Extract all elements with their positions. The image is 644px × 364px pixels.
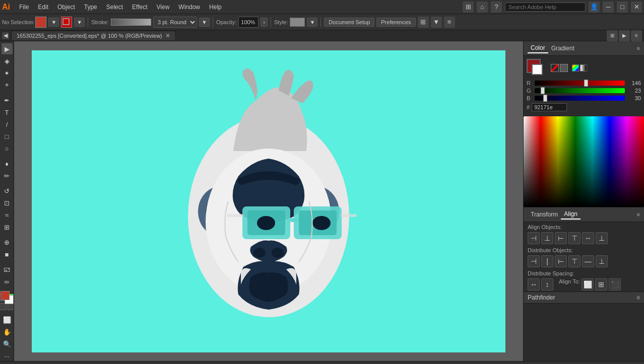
menu-view[interactable]: View: [153, 3, 174, 12]
foreground-color[interactable]: [1, 291, 10, 300]
dist-left-btn[interactable]: ⊣: [528, 255, 540, 267]
lasso-tool[interactable]: ⌖: [2, 80, 13, 91]
fill-none[interactable]: [0, 303, 7, 310]
align-top-btn[interactable]: ⊤: [568, 232, 581, 244]
gradient-tab[interactable]: Gradient: [548, 44, 577, 53]
hex-input[interactable]: [532, 103, 567, 111]
doc-setup-btn[interactable]: Document Setup: [324, 18, 374, 27]
rect-tool[interactable]: □: [2, 131, 13, 142]
pencil-tool[interactable]: ✏: [2, 170, 13, 181]
toggle-panels-right[interactable]: ▶: [619, 30, 630, 41]
stroke-options[interactable]: ▼: [74, 18, 85, 27]
align-panel-menu[interactable]: ≡: [637, 211, 640, 217]
warp-tool[interactable]: ≈: [2, 209, 13, 221]
type-tool[interactable]: T: [2, 107, 13, 118]
free-transform-tool[interactable]: ⊞: [2, 222, 13, 233]
arrange-docs[interactable]: ⊞: [607, 30, 618, 41]
collapse-panels[interactable]: ◀: [2, 32, 9, 39]
stroke-swatch[interactable]: [61, 17, 72, 28]
line-tool[interactable]: /: [2, 119, 13, 130]
color-bg-swatch[interactable]: [532, 64, 543, 75]
color-fill-btn[interactable]: [560, 64, 568, 72]
menu-type[interactable]: Type: [80, 3, 101, 12]
color-tab[interactable]: Color: [528, 43, 548, 53]
panel-opts[interactable]: ≡: [444, 17, 455, 28]
space-h-btn[interactable]: ↔: [528, 278, 540, 290]
menu-window[interactable]: Window: [174, 3, 204, 12]
color-panel-menu[interactable]: ≡: [637, 45, 640, 51]
align-to-selection-btn[interactable]: ⊞: [595, 278, 607, 290]
ellipse-tool[interactable]: ○: [2, 143, 13, 154]
align-left-btn[interactable]: ⊣: [528, 232, 540, 244]
menu-object[interactable]: Object: [53, 3, 79, 12]
pathfinder-menu[interactable]: ≡: [636, 294, 640, 301]
magic-wand-tool[interactable]: ✦: [2, 67, 13, 79]
blend-tool[interactable]: ∞: [2, 276, 13, 287]
dist-center-h-btn[interactable]: |: [541, 255, 553, 267]
red-slider[interactable]: [535, 81, 625, 86]
menu-effect[interactable]: Effect: [128, 3, 151, 12]
scale-tool[interactable]: ⊡: [2, 197, 13, 208]
dist-center-v-btn[interactable]: —: [582, 255, 594, 267]
discover-btn[interactable]: ?: [491, 2, 502, 13]
rotate-tool[interactable]: ↺: [2, 185, 13, 196]
eyedropper-tool[interactable]: 🖃: [2, 264, 13, 275]
style-options[interactable]: ▼: [307, 18, 317, 27]
preferences-btn[interactable]: Preferences: [376, 18, 415, 27]
menu-edit[interactable]: Edit: [34, 3, 52, 12]
dist-top-btn[interactable]: ⊤: [568, 255, 581, 267]
red-thumb[interactable]: [584, 80, 588, 87]
zoom-tool[interactable]: 🔍: [2, 338, 13, 349]
opacity-input[interactable]: [238, 17, 259, 28]
panel-more[interactable]: ≡: [631, 30, 642, 41]
stroke-width-select[interactable]: 3 pt. Round 1 pt. 2 pt.: [153, 17, 197, 28]
menu-help[interactable]: Help: [205, 3, 226, 12]
menu-file[interactable]: File: [15, 3, 33, 12]
dist-bottom-btn[interactable]: ⊥: [596, 255, 608, 267]
stroke-none[interactable]: [8, 303, 15, 310]
workspace-btn[interactable]: ⊞: [463, 2, 474, 13]
space-v-btn[interactable]: ↕: [541, 278, 553, 290]
transform-tab[interactable]: Transform: [528, 210, 561, 219]
no-fill-btn[interactable]: [551, 64, 559, 72]
gradient-tool[interactable]: ■: [2, 249, 13, 260]
spectrum-icon[interactable]: [572, 64, 579, 71]
search-input[interactable]: [505, 3, 586, 12]
gradient-icon[interactable]: [580, 64, 587, 71]
fill-swatch[interactable]: [35, 17, 46, 28]
maximize-btn[interactable]: □: [617, 2, 628, 13]
hand-tool[interactable]: ✋: [2, 326, 13, 337]
brush-tool[interactable]: ♦: [2, 158, 13, 169]
green-thumb[interactable]: [541, 87, 545, 94]
menu-select[interactable]: Select: [102, 3, 127, 12]
user-btn[interactable]: 👤: [589, 2, 600, 13]
arrange-btn[interactable]: ⊞: [418, 17, 429, 28]
arrange-more[interactable]: ▼: [431, 17, 442, 28]
blue-slider[interactable]: [535, 96, 625, 101]
selection-tool[interactable]: ▶: [2, 43, 13, 54]
align-bottom-btn[interactable]: ⊥: [596, 232, 608, 244]
opacity-more[interactable]: ›: [261, 18, 268, 27]
close-btn[interactable]: ✕: [631, 2, 642, 13]
align-right-btn[interactable]: ⊢: [555, 232, 567, 244]
align-tab[interactable]: Align: [561, 209, 581, 220]
fill-options[interactable]: ▼: [48, 18, 59, 27]
tab-close[interactable]: ✕: [165, 32, 170, 39]
style-swatch[interactable]: [290, 18, 305, 27]
pen-tool[interactable]: ✒: [2, 95, 13, 106]
pathfinder-header[interactable]: Pathfinder ≡: [524, 292, 644, 304]
artboard-tool[interactable]: ⬜: [2, 314, 13, 325]
more-tools[interactable]: ···: [2, 350, 13, 361]
align-center-v-btn[interactable]: ↔: [582, 232, 594, 244]
minimize-btn[interactable]: ─: [603, 2, 614, 13]
align-to-artboard-btn[interactable]: ⬛: [609, 278, 621, 290]
align-to-key-btn[interactable]: ⬜: [582, 278, 594, 290]
color-spectrum[interactable]: [524, 116, 644, 207]
direct-selection-tool[interactable]: ◈: [2, 55, 13, 66]
canvas-area[interactable]: [14, 41, 523, 361]
green-slider[interactable]: [535, 88, 625, 93]
align-center-h-btn[interactable]: ⊥: [541, 232, 553, 244]
blue-thumb[interactable]: [543, 95, 547, 102]
shape-builder-tool[interactable]: ⊕: [2, 237, 13, 248]
file-tab[interactable]: 165302255_eps [Converted].eps* @ 100 % (…: [11, 31, 176, 40]
